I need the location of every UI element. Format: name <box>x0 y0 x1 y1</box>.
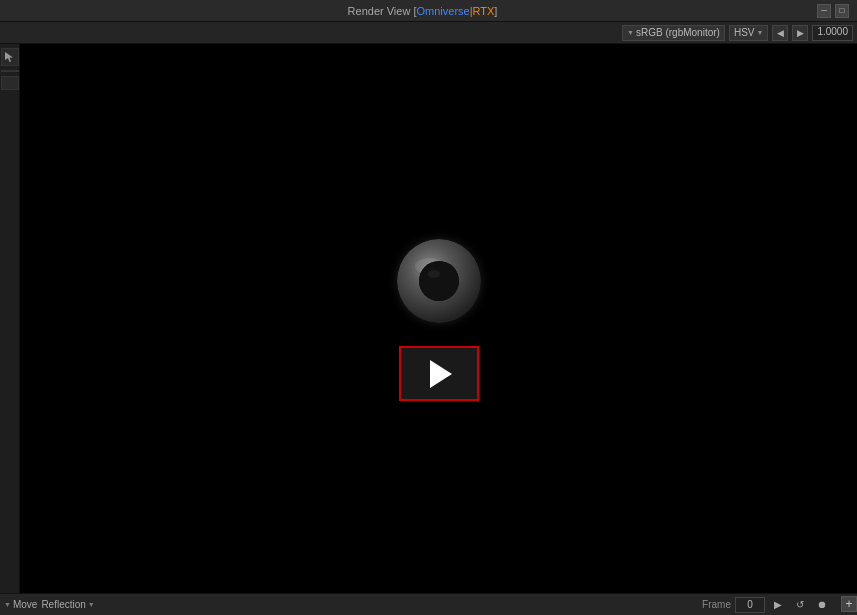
move-label: Move <box>13 599 37 610</box>
move-arrow-icon: ▼ <box>4 601 11 608</box>
color-mode-dropdown[interactable]: HSV ▼ <box>729 25 769 41</box>
record-button[interactable]: ⏺ <box>813 597 831 613</box>
toolbar: ▼ sRGB (rgbMonitor) HSV ▼ ◀ ▶ 1.0000 <box>0 22 857 44</box>
title-prefix: Render View [ <box>348 5 417 17</box>
add-button[interactable]: + <box>841 596 857 612</box>
main-layout <box>0 44 857 593</box>
viewport[interactable] <box>20 44 857 593</box>
window-controls[interactable]: ─ □ <box>817 4 849 18</box>
color-space-arrow: ▼ <box>627 29 634 36</box>
prev-icon[interactable]: ◀ <box>772 25 788 41</box>
color-space-label: sRGB (rgbMonitor) <box>636 27 720 38</box>
select-tool-button[interactable] <box>1 48 19 66</box>
move-dropdown[interactable]: ▼ Move <box>4 599 37 610</box>
svg-marker-0 <box>5 52 13 62</box>
reflection-dropdown[interactable]: Reflection ▼ <box>41 599 94 610</box>
color-mode-label: HSV <box>734 27 755 38</box>
play-triangle-icon <box>430 360 452 388</box>
title-omniverse: Omniverse <box>416 5 469 17</box>
logo-svg <box>394 236 484 326</box>
loop-button[interactable]: ↺ <box>791 597 809 613</box>
omniverse-logo <box>394 236 484 326</box>
title-rtx: |RTX <box>470 5 495 17</box>
reflection-arrow-icon: ▼ <box>88 601 95 608</box>
frame-input[interactable] <box>735 597 765 613</box>
reflection-label: Reflection <box>41 599 85 610</box>
maximize-button[interactable]: □ <box>835 4 849 18</box>
frame-label: Frame <box>702 599 731 610</box>
left-toolbar <box>0 44 20 593</box>
cursor-icon <box>4 51 16 63</box>
title-suffix: ] <box>494 5 497 17</box>
exposure-value: 1.0000 <box>812 25 853 41</box>
bottom-bar: ▼ Move Reflection ▼ Frame ▶ ↺ ⏺ ⚙ + <box>0 593 857 615</box>
color-mode-arrow: ▼ <box>756 29 763 36</box>
next-icon[interactable]: ▶ <box>792 25 808 41</box>
play-button[interactable] <box>399 346 479 401</box>
title-text: Render View [Omniverse|RTX] <box>28 5 817 17</box>
play-bottom-button[interactable]: ▶ <box>769 597 787 613</box>
svg-point-6 <box>428 270 440 278</box>
title-bar: Render View [Omniverse|RTX] ─ □ <box>0 0 857 22</box>
minimize-button[interactable]: ─ <box>817 4 831 18</box>
color-space-dropdown[interactable]: ▼ sRGB (rgbMonitor) <box>622 25 725 41</box>
